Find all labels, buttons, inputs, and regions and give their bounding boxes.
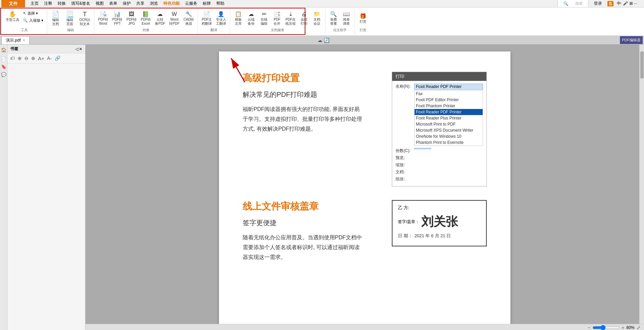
sidebar-content — [7, 64, 85, 330]
horizontal-scrollbar[interactable]: − + 80% ⤢ — [85, 324, 644, 330]
doc-meeting-btn[interactable]: 📁 文档会议 — [311, 10, 323, 27]
ribbon-group-tools: ✋ 手型工具 ↖ 选择 ▾ 🔍 入缩放 ▾ 工具 — [2, 9, 47, 34]
zoom-plus-icon[interactable]: + — [622, 325, 624, 330]
cad-converter-btn[interactable]: 🔧 CAD转换器 — [182, 10, 196, 27]
cloud-to-pdf-icon: ☁ — [157, 12, 163, 17]
login-button[interactable]: 登录 — [591, 0, 605, 7]
printer-phantom-evernote[interactable]: Phantom Print to Evernote — [415, 139, 483, 146]
printer-ms-xps[interactable]: Microsoft XPS Document Writer — [415, 127, 483, 133]
panel-icon-2[interactable]: 📄 — [1, 57, 6, 62]
doc-tab[interactable]: 演示.pdf × — [1, 36, 29, 44]
online-edit-btn[interactable]: ✏ 在线编辑 — [258, 10, 270, 27]
printer-foxit-phantom[interactable]: Foxit Phantom Printer — [415, 103, 483, 109]
pdf-merge-btn[interactable]: 📑 PDF合并 — [271, 10, 283, 27]
sidebar-close-icon[interactable]: ✕ — [79, 47, 82, 51]
zoom-fit-icon[interactable]: ⤢ — [637, 325, 641, 330]
template-btn[interactable]: 📋 模板文库 — [232, 10, 244, 27]
zoom-tool-btn[interactable]: 🔍 入缩放 ▾ — [22, 17, 45, 24]
zoom-slider[interactable] — [592, 325, 620, 330]
menu-cloud[interactable]: 云服务 — [182, 0, 200, 7]
menu-help[interactable]: 帮助 — [214, 0, 227, 7]
print-preview-label: 预览: — [396, 155, 414, 161]
print-paper-label: 纸张: — [396, 176, 414, 182]
zoom-minus-icon[interactable]: − — [588, 325, 590, 330]
menu-fill-sign[interactable]: 填写&签名 — [68, 0, 93, 7]
word-to-pdf-btn[interactable]: W Word转PDF — [167, 10, 181, 27]
printer-fax[interactable]: Fax — [415, 91, 483, 97]
printer-foxit-reader[interactable]: Foxit Reader PDF Printer — [415, 109, 483, 115]
doc-tab-close-icon[interactable]: × — [23, 38, 25, 43]
sig-date-label: 日 期： — [398, 233, 412, 239]
print-section-body: 福昕PDF阅读器拥有强大的打印功能, 界面友好易 于学习。支持虚拟打印、批量打印… — [243, 105, 378, 134]
menu-form[interactable]: 表单 — [106, 0, 120, 7]
print-copies-input[interactable] — [414, 148, 431, 149]
search-icon: 🔍 — [561, 1, 571, 7]
cloud-sync-icon[interactable]: ☁ — [318, 38, 322, 43]
edit-page-btn[interactable]: 📃 编辑页面 — [63, 10, 76, 27]
menu-protect[interactable]: 保护 — [120, 0, 134, 7]
pro-translate-btn[interactable]: 👤 专业人工翻译 — [214, 10, 228, 27]
menu-browse[interactable]: 浏览 — [147, 0, 161, 7]
print-name-label: 名称(N): — [396, 84, 414, 89]
panel-icon-4[interactable]: 💬 — [1, 72, 6, 77]
menu-view[interactable]: 视图 — [93, 0, 106, 7]
tools-group-label: 工具 — [4, 28, 45, 32]
zoom-level-display: 80% — [626, 325, 635, 330]
menu-special[interactable]: 特色功能 — [161, 0, 182, 7]
survey-btn[interactable]: 📖 阅卷调查 — [340, 10, 353, 27]
menu-zhu[interactable]: 注释 — [41, 0, 55, 7]
printer-foxit-plus[interactable]: Foxit Reader Plus Printer — [415, 115, 483, 121]
menu-zhuy[interactable]: 主页 — [28, 0, 41, 7]
pdf-compress-btn[interactable]: ⇣ PDF在线压缩 — [284, 10, 297, 27]
reward-buttons: 🎁 打赏 — [357, 10, 369, 27]
hand-tool-btn[interactable]: ✋ 手型工具 — [4, 10, 21, 23]
signature-section-body: 随着无纸化办公应用普及。当遇到使用PDF文档中 需要添加个人签名或者标识时, 可… — [243, 233, 378, 262]
vertical-scrollbar[interactable] — [639, 45, 644, 324]
printer-onenote[interactable]: OneNote for Windows 10 — [415, 133, 483, 139]
doc-tab-name: 演示.pdf — [6, 38, 21, 43]
survey-icon: 📖 — [343, 12, 350, 17]
sidebar-icon-collapse[interactable]: ⊖ — [24, 55, 29, 62]
panel-icon-3[interactable]: 🔖 — [1, 64, 6, 69]
plagiarism-btn[interactable]: 🔍 免费查重 — [327, 10, 340, 27]
pro-translate-icon: 👤 — [218, 12, 224, 17]
cloud-to-pdf-btn[interactable]: ☁ 云转换PDF — [153, 10, 167, 27]
file-menu[interactable]: 文件 — [1, 0, 25, 8]
menu-share[interactable]: 共享 — [134, 0, 147, 7]
pdf-editor-panel-btn[interactable]: PDF编辑器 — [620, 36, 643, 44]
sidebar-expand-icon[interactable]: ◁ — [75, 47, 78, 51]
signature-box: 乙 方: 签字/盖章： 刘关张 日 期： 2021 年 6 月 21 日 — [392, 200, 487, 246]
printer-foxit-editor[interactable]: Foxit PDF Editor Printer — [415, 97, 483, 103]
panel-icon-1[interactable]: 🏠 — [1, 47, 6, 52]
sidebar-icon-expand[interactable]: ⊕ — [31, 55, 36, 62]
pdf-to-excel-btn[interactable]: 📗 PDF转Excel — [139, 10, 153, 27]
sidebar-icon-text-larger[interactable]: A+ — [37, 55, 45, 62]
pdf-doc-translate-btn[interactable]: 📄 PDF文档翻译 — [200, 10, 214, 27]
foxit-s-logo: S — [607, 1, 613, 6]
pdf-to-ppt-btn[interactable]: 📊 PDF转PPT — [110, 10, 124, 27]
printer-ms-pdf[interactable]: Microsoft Print to PDF — [415, 121, 483, 127]
sidebar-icon-add[interactable]: ⊕ — [17, 55, 22, 62]
sidebar-icon-bookmark[interactable]: 🏷 — [9, 55, 16, 62]
select-tool-btn[interactable]: ↖ 选择 ▾ — [22, 10, 45, 17]
party-label: 乙 方: — [398, 205, 409, 211]
party-row: 乙 方: — [398, 205, 481, 211]
reward-btn[interactable]: 🎁 打赏 — [357, 10, 369, 27]
print-name-input[interactable]: Foxit Reader PDF Printer — [414, 84, 483, 90]
pdf-to-jpg-btn[interactable]: 🖼 PDF转JPG — [125, 10, 138, 27]
sig-label: 签字/盖章： — [398, 219, 419, 225]
search-box[interactable]: 🔍 搜索 — [558, 0, 588, 7]
pdf-to-word-btn[interactable]: 📄W PDF转Word — [96, 10, 110, 27]
sidebar-icon-text-smaller[interactable]: A- — [46, 55, 53, 62]
pdf-to-jpg-icon: 🖼 — [129, 12, 134, 17]
menu-signboard[interactable]: 标牌 — [200, 0, 214, 7]
remote-print-btn[interactable]: 🖨 远程打印 — [298, 10, 310, 27]
print-copies-row: 份数(C): — [396, 148, 483, 154]
menu-zhuan[interactable]: 转换 — [55, 0, 68, 7]
sync-icon[interactable]: 🔄 — [324, 38, 329, 43]
print-dialog: 打印 名称(N): Foxit Reader PDF Printer Fax F… — [392, 72, 487, 186]
sidebar-icon-link[interactable]: 🔗 — [54, 55, 61, 62]
cloud-backup-btn[interactable]: ☁ 云端备份 — [245, 10, 257, 27]
ocr-btn[interactable]: T OCR识别文本 — [78, 10, 92, 27]
edit-doc-btn[interactable]: 📄 编辑文档 — [49, 10, 62, 27]
